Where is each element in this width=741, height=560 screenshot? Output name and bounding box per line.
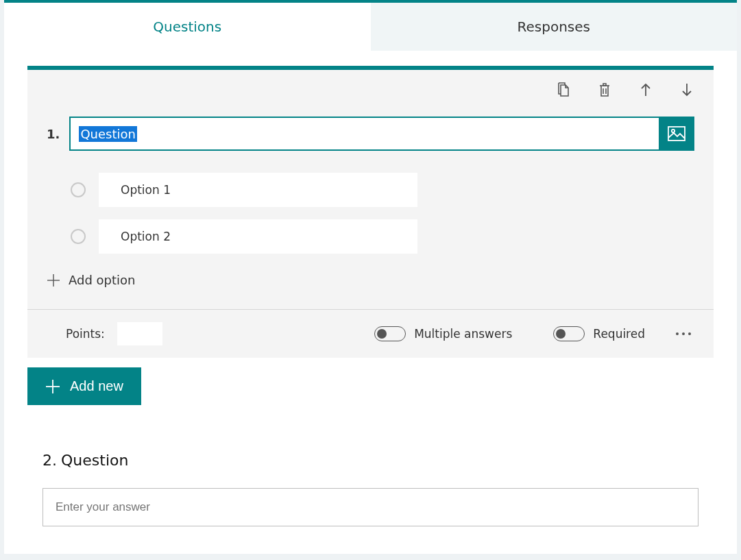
option-label: Option 2: [121, 230, 171, 243]
tab-questions-label: Questions: [153, 19, 221, 35]
question-title-text: Question: [79, 126, 137, 142]
question-title-input[interactable]: Question: [69, 117, 659, 151]
question-preview-2: 2. Question: [27, 405, 714, 526]
answer-input[interactable]: [42, 488, 699, 526]
multiple-answers-label: Multiple answers: [414, 327, 512, 341]
option-row[interactable]: Option 1: [99, 173, 417, 207]
add-option-label: Add option: [69, 273, 136, 287]
add-new-label: Add new: [70, 378, 123, 394]
move-up-icon[interactable]: [638, 82, 653, 97]
question-title-input-wrap: Question: [69, 117, 694, 151]
insert-image-button[interactable]: [659, 117, 694, 151]
svg-point-2: [676, 332, 679, 335]
multiple-answers-toggle[interactable]: [374, 326, 406, 341]
svg-point-4: [688, 332, 691, 335]
required-toggle[interactable]: [553, 326, 585, 341]
question-card-1: 1. Question: [27, 66, 714, 358]
svg-point-1: [672, 130, 675, 132]
question-footer: Points: Multiple answers Required: [27, 309, 714, 358]
points-label: Points:: [66, 327, 105, 341]
editor-panel: 1. Question: [4, 51, 737, 554]
radio-icon[interactable]: [71, 182, 86, 197]
question-title-row: 1. Question: [27, 97, 714, 151]
points-input[interactable]: [117, 322, 162, 345]
question-toolbar: [27, 70, 714, 97]
tab-responses[interactable]: Responses: [371, 3, 738, 51]
tab-responses-label: Responses: [518, 19, 590, 35]
add-option-button[interactable]: Add option: [27, 254, 714, 309]
question-2-heading: 2. Question: [42, 452, 699, 469]
options-list: Option 1 Option 2: [27, 151, 714, 254]
copy-icon[interactable]: [556, 82, 571, 97]
tab-questions[interactable]: Questions: [4, 3, 371, 51]
required-label: Required: [593, 327, 645, 341]
add-new-button[interactable]: Add new: [27, 367, 141, 405]
question-number-2: 2.: [42, 452, 57, 469]
option-row[interactable]: Option 2: [99, 219, 417, 254]
svg-point-3: [682, 332, 685, 335]
move-down-icon[interactable]: [679, 82, 694, 97]
tabs-bar: Questions Responses: [4, 0, 737, 51]
option-label: Option 1: [121, 183, 171, 197]
svg-rect-0: [668, 127, 685, 141]
question-2-title: Question: [61, 452, 128, 469]
plus-icon: [47, 273, 60, 287]
trash-icon[interactable]: [597, 82, 612, 97]
radio-icon[interactable]: [71, 229, 86, 244]
question-number-1: 1.: [47, 127, 60, 141]
plus-icon: [45, 379, 60, 394]
more-options-icon[interactable]: [672, 332, 694, 336]
